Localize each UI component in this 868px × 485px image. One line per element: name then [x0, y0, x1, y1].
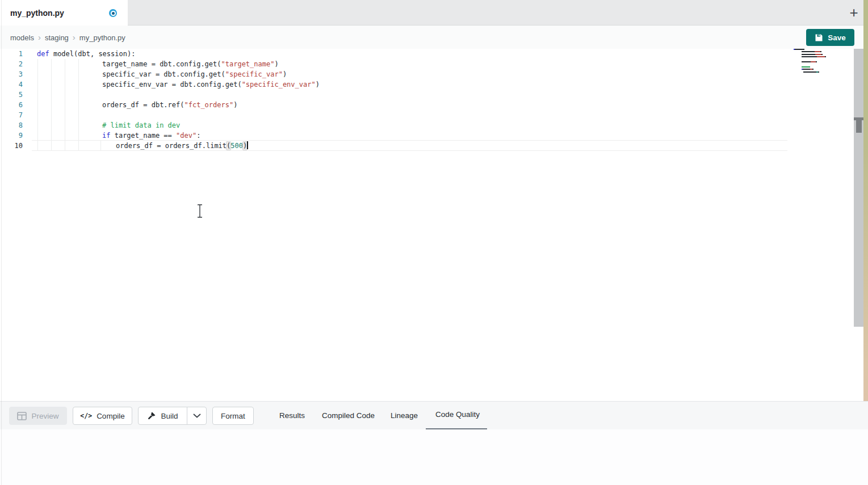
code-line-9[interactable]: 9if target_name == "dev":: [0, 130, 868, 141]
minimap-token: [820, 51, 821, 52]
code-line-7[interactable]: 7: [0, 110, 868, 120]
line-content: specific_var = dbt.config.get("specific_…: [37, 69, 287, 79]
preview-button-label: Preview: [31, 412, 58, 420]
token-str: "dev": [176, 132, 196, 140]
minimap-line: [802, 66, 845, 68]
code-line-2[interactable]: 2target_name = dbt.config.get("target_na…: [0, 59, 868, 69]
token-kw: def: [37, 50, 49, 58]
line-content: orders_df = dbt.ref("fct_orders"): [37, 100, 237, 110]
minimap-token: [825, 56, 826, 57]
line-number: 1: [0, 49, 23, 59]
token-pl: ): [316, 81, 320, 88]
preview-button[interactable]: Preview: [9, 407, 67, 425]
minimap-token: [818, 71, 819, 73]
line-number: 6: [0, 100, 23, 110]
minimap-token: [817, 56, 825, 57]
plus-icon: +: [849, 4, 858, 22]
editor-tab-bar: my_python.py +: [0, 0, 868, 26]
line-number: 2: [0, 59, 23, 69]
minimap-line: [803, 71, 845, 73]
minimap-line: [802, 54, 845, 55]
token-kw: if: [102, 132, 110, 140]
minimap-token: [802, 51, 815, 52]
breadcrumb-file[interactable]: my_python.py: [79, 33, 125, 42]
token-pl: :: [196, 132, 200, 140]
minimap-token: [802, 66, 810, 68]
unsaved-dot-ring: [111, 11, 116, 16]
minimap-token: [815, 51, 820, 52]
tab-my-python-py[interactable]: my_python.py: [0, 0, 128, 26]
vertical-scrollbar[interactable]: [854, 49, 863, 327]
format-button-label: Format: [221, 412, 245, 420]
minimap-line: [802, 61, 845, 62]
token-str: "fct_orders": [184, 101, 234, 109]
line-number: 8: [0, 120, 23, 130]
minimap-token: [795, 49, 804, 50]
scrollbar-thumb[interactable]: [856, 120, 862, 133]
minimap-token: [816, 61, 817, 62]
token-pl: model(dbt, session):: [49, 50, 136, 58]
token-pl: target_name ==: [110, 132, 176, 140]
token-pl: target_name = dbt.config.get(: [102, 60, 221, 68]
dbt-ide-app: my_python.py + models › staging › my_pyt…: [0, 0, 868, 485]
token-pl: specific_env_var = dbt.config.get(: [102, 81, 242, 88]
bottom-toolbar: Preview </> Compile Build Format Resu: [0, 401, 868, 429]
format-button[interactable]: Format: [212, 407, 254, 425]
build-button-label: Build: [161, 412, 178, 420]
code-line-6[interactable]: 6orders_df = dbt.ref("fct_orders"): [0, 100, 868, 110]
tab-label: my_python.py: [10, 9, 64, 18]
unsaved-dot-icon: [109, 9, 117, 17]
minimap-token: [811, 61, 816, 62]
tab-code-quality[interactable]: Code Quality: [435, 408, 480, 421]
tab-results[interactable]: Results: [279, 410, 305, 422]
line-content: def model(dbt, session):: [37, 49, 135, 59]
chevron-down-icon: [193, 414, 201, 418]
code-editor[interactable]: 1def model(dbt, session):2target_name = …: [0, 49, 868, 400]
chevron-right-icon: ›: [73, 32, 76, 42]
editor-caret: [247, 141, 248, 149]
minimap-line: [794, 49, 845, 50]
line-number: 5: [0, 90, 23, 100]
minimap-token: [821, 54, 823, 55]
minimap-token: [815, 54, 821, 55]
save-button-label: Save: [828, 33, 846, 42]
line-number: 10: [0, 141, 23, 151]
compile-button[interactable]: </> Compile: [73, 407, 132, 425]
minimap-token: [812, 69, 814, 70]
compile-button-label: Compile: [97, 412, 125, 420]
code-line-1[interactable]: 1def model(dbt, session):: [0, 49, 868, 59]
token-pl: orders_df = orders_df.limit: [116, 142, 227, 150]
code-line-8[interactable]: 8# limit data in dev: [0, 120, 868, 130]
line-number: 7: [0, 110, 23, 120]
line-content: target_name = dbt.config.get("target_nam…: [37, 59, 279, 69]
token-br: ): [243, 142, 247, 150]
code-line-4[interactable]: 4specific_env_var = dbt.config.get("spec…: [0, 79, 868, 90]
build-button[interactable]: Build: [138, 407, 187, 425]
hammer-icon: [147, 411, 156, 420]
code-line-10[interactable]: 10orders_df = orders_df.limit(500): [0, 141, 868, 151]
token-num: 500: [230, 142, 243, 150]
minimap-line: [802, 56, 845, 57]
breadcrumb-staging[interactable]: staging: [45, 33, 69, 42]
build-options-button[interactable]: [187, 407, 207, 425]
new-tab-button[interactable]: +: [845, 3, 862, 22]
minimap-token: [803, 69, 810, 70]
line-content: if target_name == "dev":: [37, 130, 200, 141]
code-icon: </>: [80, 412, 92, 420]
breadcrumb-models[interactable]: models: [10, 33, 34, 42]
line-number: 4: [0, 79, 23, 90]
results-panel: [0, 429, 868, 485]
save-button[interactable]: Save: [806, 29, 854, 46]
minimap-line: [802, 69, 845, 70]
chevron-right-icon: ›: [38, 32, 41, 42]
build-split-button: Build: [138, 407, 207, 425]
window-left-border: [1, 0, 2, 485]
tab-lineage[interactable]: Lineage: [391, 410, 418, 422]
minimap-token: [802, 61, 811, 62]
minimap[interactable]: [794, 49, 845, 74]
code-line-5[interactable]: 5: [0, 90, 868, 100]
token-pl: ): [283, 70, 287, 78]
tab-compiled-code[interactable]: Compiled Code: [322, 410, 375, 422]
line-number: 9: [0, 130, 23, 141]
code-line-3[interactable]: 3specific_var = dbt.config.get("specific…: [0, 69, 868, 79]
